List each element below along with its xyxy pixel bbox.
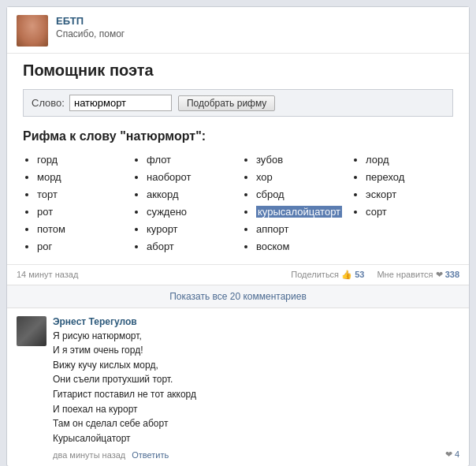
post-subtext: Спасибо, помог: [56, 28, 459, 39]
list-item: эскорт: [366, 186, 453, 203]
list-item: наоборот: [147, 169, 234, 186]
comment: Эрнест Терегулов Я рисую натюрморт, И я …: [17, 316, 459, 460]
list-item: зубов: [256, 151, 344, 169]
list-item: рог: [37, 238, 125, 255]
rhyme-section: Рифма к слову "натюрморт": горд морд тор…: [7, 129, 469, 264]
list-item: переход: [366, 169, 453, 186]
comment-body: Эрнест Терегулов Я рисую натюрморт, И я …: [53, 316, 459, 460]
list-item: аборт: [147, 238, 234, 255]
input-row: Слово: Подобрать рифму: [23, 89, 453, 117]
comment-reply-button[interactable]: Ответить: [132, 450, 169, 460]
list-item-highlighted: курысалойцаторт: [256, 203, 344, 221]
tool-title: Помощник поэта: [23, 62, 453, 80]
rhyme-col-3: зубов хор сброд курысалойцаторт аппорт в…: [242, 151, 344, 256]
list-item: аппорт: [256, 221, 344, 238]
post-header: ЕБТП Спасибо, помог: [7, 7, 469, 54]
comment-username[interactable]: Эрнест Терегулов: [53, 316, 459, 327]
post-meta: ЕБТП Спасибо, помог: [56, 15, 459, 39]
show-comments-button[interactable]: Показать все 20 комментариев: [7, 285, 469, 308]
post-stats: Поделиться 👍 53 Мне нравится ❤ 338: [291, 270, 459, 280]
rhyme-col-4: лорд переход эскорт сорт: [351, 151, 453, 256]
word-input[interactable]: [69, 95, 172, 111]
list-item: торт: [37, 186, 125, 203]
list-item: сорт: [366, 203, 453, 221]
list-item: рот: [37, 203, 125, 221]
list-item: курорт: [147, 221, 234, 238]
list-item: флот: [147, 151, 234, 169]
list-item: хор: [256, 169, 344, 186]
post-footer: 14 минут назад Поделиться 👍 53 Мне нрави…: [7, 264, 469, 285]
list-item: горд: [37, 151, 125, 169]
find-rhyme-button[interactable]: Подобрать рифму: [178, 95, 275, 111]
comment-text: Я рисую натюрморт, И я этим очень горд! …: [53, 329, 459, 446]
list-item: лорд: [366, 151, 453, 169]
list-item: потом: [37, 221, 125, 238]
comment-footer: два минуты назад Ответить ❤ 4: [53, 449, 459, 460]
rhyme-grid: горд морд торт рот потом рог флот наобор…: [23, 151, 453, 256]
list-item: аккорд: [147, 186, 234, 203]
comment-like-number: 4: [455, 449, 459, 459]
post-timestamp: 14 минут назад: [17, 270, 78, 279]
comment-avatar: [17, 316, 46, 346]
rhyme-col-1: горд морд торт рот потом рог: [23, 151, 125, 256]
list-item: морд: [37, 169, 125, 186]
comment-footer-left: два минуты назад Ответить: [53, 450, 169, 460]
rhyme-title: Рифма к слову "натюрморт":: [23, 129, 453, 144]
input-label: Слово:: [32, 97, 65, 109]
rhyme-col-2: флот наоборот аккорд суждено курорт абор…: [132, 151, 234, 256]
tool-area: Помощник поэта Слово: Подобрать рифму: [7, 54, 469, 117]
like-stat[interactable]: Мне нравится ❤ 338: [377, 270, 459, 280]
avatar: [17, 15, 48, 47]
comment-section: Эрнест Терегулов Я рисую натюрморт, И я …: [7, 308, 469, 466]
comment-like-count[interactable]: ❤ 4: [445, 449, 459, 460]
post-username[interactable]: ЕБТП: [56, 15, 459, 27]
list-item: суждено: [147, 203, 234, 221]
share-stat[interactable]: Поделиться 👍 53: [291, 270, 364, 280]
share-count: 53: [355, 270, 364, 279]
list-item: воском: [256, 238, 344, 255]
comment-timestamp: два минуты назад: [53, 450, 125, 460]
list-item: сброд: [256, 186, 344, 203]
like-count: 338: [445, 270, 459, 279]
